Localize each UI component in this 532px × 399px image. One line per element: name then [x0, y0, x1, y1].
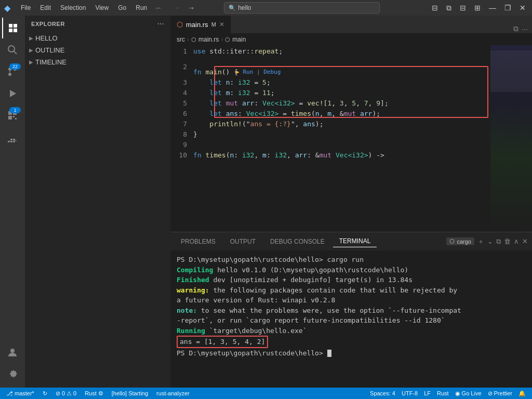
status-rust-gear[interactable]: Rust ⚙: [83, 390, 105, 397]
svg-point-20: [10, 349, 15, 353]
cargo-badge[interactable]: ⬡ cargo: [446, 237, 474, 245]
svg-point-6: [8, 68, 11, 71]
code-line-8: }: [191, 129, 490, 140]
status-line-ending[interactable]: LF: [422, 390, 433, 396]
search-input[interactable]: hello: [238, 4, 375, 11]
sidebar-more-button[interactable]: ···: [157, 20, 164, 28]
activity-run[interactable]: [2, 83, 23, 104]
activity-extensions[interactable]: [2, 105, 23, 126]
split-terminal-button[interactable]: ⧉: [496, 237, 501, 246]
code-line-3: let n: i32 = 5;: [191, 77, 490, 88]
status-ls-name[interactable]: [hello] Starting: [110, 390, 150, 396]
split-editor-icon[interactable]: ⧉: [513, 24, 518, 33]
panel: PROBLEMS OUTPUT DEBUG CONSOLE TERMINAL ⬡…: [170, 232, 532, 388]
line-ending-label: LF: [424, 390, 431, 396]
go-live-icon: ◉: [455, 390, 460, 397]
svg-rect-1: [14, 24, 17, 28]
menu-edit[interactable]: Edit: [36, 3, 55, 12]
error-icon: ⊘: [56, 390, 60, 397]
title-bar: ◆ File Edit Selection View Go Run ··· ← …: [0, 0, 532, 16]
tab-terminal[interactable]: TERMINAL: [333, 235, 377, 247]
activity-bar: [0, 16, 25, 388]
global-search-bar[interactable]: 🔍 hello: [224, 2, 380, 14]
go-live-label: Go Live: [462, 390, 482, 396]
warning-icon: ⚠: [66, 390, 72, 397]
status-bell[interactable]: 🔔: [516, 390, 528, 397]
code-line-7: println!("ans = {:?}", ans);: [191, 119, 490, 129]
status-errors[interactable]: ⊘ 0 ⚠ 0: [54, 390, 78, 397]
menu-view[interactable]: View: [91, 3, 113, 12]
panels-icon[interactable]: ⊟: [458, 3, 468, 13]
trash-terminal-button[interactable]: 🗑: [504, 237, 511, 245]
add-terminal-button[interactable]: ＋: [477, 237, 484, 246]
activity-explorer[interactable]: [2, 18, 23, 38]
status-prettier[interactable]: ⊘ Prettier: [486, 390, 514, 397]
sidebar-item-timeline[interactable]: ▶ TIMELINE: [25, 56, 170, 68]
rust-lang-icon: Rust: [85, 390, 97, 396]
code-content[interactable]: use std::iter::repeat; ▶ Run | Debug fn …: [191, 45, 490, 232]
spaces-label: Spaces: 4: [370, 390, 395, 396]
tab-bar-actions: ⧉ ···: [509, 24, 532, 33]
activity-docker[interactable]: [2, 131, 23, 152]
status-encoding[interactable]: UTF-8: [400, 390, 420, 396]
status-branch[interactable]: ⎇ master*: [4, 390, 36, 397]
status-spaces[interactable]: Spaces: 4: [368, 390, 397, 396]
tab-bar: ⬡ main.rs M ✕ ⧉ ···: [170, 16, 532, 34]
forward-button[interactable]: →: [185, 4, 197, 12]
activity-account[interactable]: [2, 342, 23, 363]
minimap[interactable]: [490, 45, 532, 232]
lang-mode-label: Rust: [437, 390, 449, 396]
rust-file-icon: ⬡: [177, 20, 183, 29]
activity-source-control[interactable]: [2, 61, 23, 82]
close-panel-button[interactable]: ✕: [522, 237, 528, 245]
code-editor[interactable]: 1 2 3 4 5 6 7 8 9 10 use std::iter::repe…: [170, 45, 532, 232]
layout-icon[interactable]: ⊟: [430, 3, 440, 13]
breadcrumb-fn[interactable]: ⬡ main: [225, 36, 246, 43]
activity-settings[interactable]: [2, 364, 23, 384]
terminal-prompt: PS D:\mysetup\gopath\rustcode\hello>: [177, 348, 526, 358]
menu-file[interactable]: File: [17, 3, 35, 12]
breadcrumb-file[interactable]: ⬡ main.rs: [191, 36, 219, 43]
status-go-live[interactable]: ◉ Go Live: [453, 390, 484, 397]
maximize-button[interactable]: ❐: [502, 3, 513, 13]
menu-run[interactable]: Run: [131, 3, 151, 12]
terminal-finished: Finished dev [unoptimized + debuginfo] t…: [177, 275, 526, 285]
tab-close-button[interactable]: ✕: [219, 21, 224, 28]
code-line-6: let ans: Vec<i32> = times(n, m, &mut arr…: [191, 109, 490, 119]
svg-rect-0: [9, 24, 12, 28]
more-actions-icon[interactable]: ···: [522, 25, 528, 33]
close-button[interactable]: ✕: [517, 3, 528, 13]
status-analyzer[interactable]: rust-analyzer: [154, 390, 192, 396]
status-sync[interactable]: ↻: [41, 390, 49, 397]
svg-rect-14: [15, 118, 17, 119]
menu-go[interactable]: Go: [114, 3, 130, 12]
tab-main-rs[interactable]: ⬡ main.rs M ✕: [170, 16, 231, 33]
tab-problems[interactable]: PROBLEMS: [175, 236, 222, 247]
more-terminals-button[interactable]: ⌄: [487, 237, 493, 245]
svg-rect-18: [10, 139, 12, 140]
activity-search[interactable]: [2, 39, 23, 60]
status-lang-mode[interactable]: Rust: [435, 390, 451, 396]
tab-label: main.rs: [186, 21, 208, 29]
back-button[interactable]: ←: [172, 4, 183, 12]
minimize-button[interactable]: —: [487, 3, 498, 13]
terminal[interactable]: PS D:\mysetup\gopath\rustcode\hello> car…: [170, 250, 532, 388]
tab-debug-console[interactable]: DEBUG CONSOLE: [264, 236, 331, 247]
maximize-panel-button[interactable]: ∧: [514, 237, 519, 245]
menu-selection[interactable]: Selection: [56, 3, 90, 12]
minimap-slider[interactable]: [490, 50, 532, 92]
sidebar-item-outline[interactable]: ▶ OUTLINE: [25, 44, 170, 56]
breadcrumb-src[interactable]: src: [177, 36, 185, 43]
minimap-content: [490, 45, 532, 232]
code-line-5: let mut arr: Vec<i32> = vec![1, 3, 5, 7,…: [191, 98, 490, 109]
svg-rect-15: [8, 141, 10, 142]
tab-output[interactable]: OUTPUT: [224, 236, 262, 247]
panel-tab-bar: PROBLEMS OUTPUT DEBUG CONSOLE TERMINAL ⬡…: [170, 232, 532, 250]
terminal-note-2: -report`, or run `cargo report future-in…: [177, 315, 526, 326]
encoding-label: UTF-8: [402, 390, 418, 396]
code-line-2: fn main() {: [191, 67, 490, 77]
customize-icon[interactable]: ⊞: [472, 3, 483, 13]
split-icon[interactable]: ⧉: [444, 3, 454, 14]
sidebar-item-hello[interactable]: ▶ HELLO: [25, 32, 170, 44]
menu-more[interactable]: ···: [152, 3, 164, 12]
